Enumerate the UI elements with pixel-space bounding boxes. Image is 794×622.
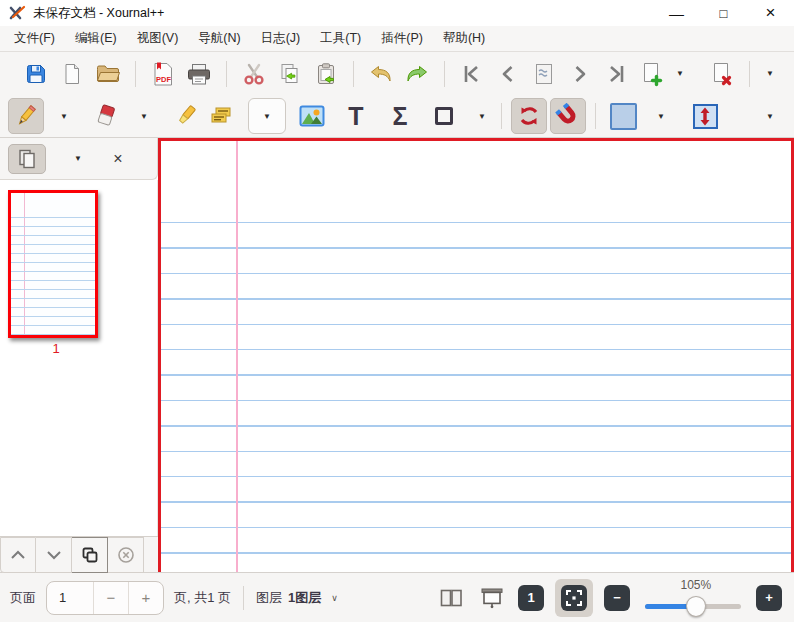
redo-button[interactable] [399,56,435,92]
print-button[interactable] [181,56,217,92]
sidebar-close-button[interactable]: × [106,150,130,168]
previous-thumbnail-button[interactable] [0,537,36,573]
pen-icon [13,103,39,129]
menu-journal[interactable]: 日志(J) [251,26,311,51]
svg-text:PDF: PDF [156,75,171,84]
menu-edit[interactable]: 编辑(E) [65,26,127,51]
rectangle-shape-icon [435,107,453,125]
open-button[interactable] [90,56,126,92]
page-thumbnail-list: 1 [0,180,158,536]
fit-corners-icon [566,590,582,606]
chevron-up-icon [10,550,26,560]
menubar: 文件(F) 编辑(E) 视图(V) 导航(N) 日志(J) 工具(T) 插件(P… [0,26,794,52]
menu-view[interactable]: 视图(V) [127,26,189,51]
zoom-percentage: 105% [681,578,712,592]
math-tex-tool-button[interactable]: Σ [382,98,418,134]
sidebar-footer [0,536,158,572]
highlighter-tool-button[interactable] [168,98,204,134]
menu-tools[interactable]: 工具(T) [310,26,371,51]
titlebar: 未保存文档 - Xournal++ — □ × [0,0,794,26]
minimize-button[interactable]: — [653,0,700,26]
separator [749,61,750,87]
page-preview-toggle[interactable] [8,144,46,174]
layer-label: 图层 [256,589,282,607]
menu-navigation[interactable]: 导航(N) [188,26,250,51]
color-dropdown[interactable]: ▼ [651,98,671,134]
toolbar-overflow-dropdown[interactable]: ▼ [760,98,780,134]
menu-file[interactable]: 文件(F) [4,26,65,51]
cut-button[interactable] [236,56,272,92]
redo-icon [404,62,430,86]
zoom-slider-thumb[interactable] [686,596,706,617]
zoom-in-button[interactable]: + [756,585,782,611]
page-decrement-button[interactable]: − [93,582,128,614]
dual-page-view-button[interactable] [436,583,466,613]
separator [135,61,136,87]
zoom-slider[interactable]: 105% [645,578,741,618]
layer-value: 1图层 [288,589,321,607]
shape-dropdown[interactable]: ▼ [472,98,492,134]
chevron-down-icon [46,550,62,560]
pen-tool-button[interactable] [8,98,44,134]
zoom-fit-button[interactable] [561,585,587,611]
chevron-down-icon: ▼ [657,112,665,121]
chevron-down-icon: ▼ [478,112,486,121]
zoom-out-button[interactable]: − [604,585,630,611]
rotation-snapping-toggle[interactable] [511,98,547,134]
menu-help[interactable]: 帮助(H) [433,26,495,51]
menu-plugins[interactable]: 插件(P) [371,26,433,51]
close-button[interactable]: × [747,0,794,26]
chevron-down-icon: ▼ [766,112,774,121]
new-document-button[interactable] [54,56,90,92]
shape-tool-button[interactable] [426,98,462,134]
undo-button[interactable] [363,56,399,92]
paste-button[interactable] [308,56,344,92]
separator [353,61,354,87]
toolbar-overflow-dropdown[interactable]: ▼ [760,56,780,92]
last-page-button[interactable] [598,56,634,92]
grid-snapping-toggle[interactable] [550,98,586,134]
canvas-area [158,138,794,572]
maximize-button[interactable]: □ [700,0,747,26]
add-page-button[interactable] [634,56,670,92]
new-document-icon [60,62,84,86]
magnet-icon [555,103,581,129]
document-page[interactable] [158,138,794,572]
highlighter-icon [173,103,199,129]
page-number-input[interactable] [47,582,93,614]
sidebar-dropdown[interactable]: ▼ [64,154,92,163]
image-tool-button[interactable] [294,98,330,134]
presentation-mode-button[interactable] [477,583,507,613]
next-page-button[interactable] [562,56,598,92]
copy-button[interactable] [272,56,308,92]
duplicate-page-button[interactable] [72,537,108,573]
layer-dropdown[interactable]: ∨ [331,593,338,603]
text-tool-button[interactable]: T [338,98,374,134]
first-page-button[interactable] [454,56,490,92]
sidebar-header: ▼ × [0,138,158,180]
eraser-tool-button[interactable] [88,98,124,134]
pen-dropdown[interactable]: ▼ [54,98,74,134]
add-page-dropdown[interactable]: ▼ [670,56,690,92]
select-pdf-text-tool-button[interactable] [204,98,240,134]
delete-page-button[interactable] [704,56,740,92]
previous-page-button[interactable] [490,56,526,92]
presentation-icon [480,587,504,609]
delete-page-sidebar-button[interactable] [108,537,144,573]
eraser-dropdown[interactable]: ▼ [134,98,154,134]
chevron-down-icon: ▼ [60,112,68,121]
next-thumbnail-button[interactable] [36,537,72,573]
zoom-100-button[interactable]: 1 [518,585,544,611]
cut-scissors-icon [242,62,266,86]
stacked-pages-icon [16,148,38,170]
export-pdf-button[interactable]: PDF [145,56,181,92]
toolbar-tools: ▼ ▼ ▼ [0,95,794,138]
save-button[interactable] [18,56,54,92]
color-swatch-button[interactable] [605,98,641,134]
page-thumbnail-1[interactable] [8,190,98,338]
vertical-space-tool-button[interactable] [687,98,723,134]
chevron-down-icon: ▼ [140,112,148,121]
goto-page-button[interactable] [526,56,562,92]
page-increment-button[interactable]: + [128,582,163,614]
drawing-type-dropdown[interactable]: ▼ [248,98,286,134]
